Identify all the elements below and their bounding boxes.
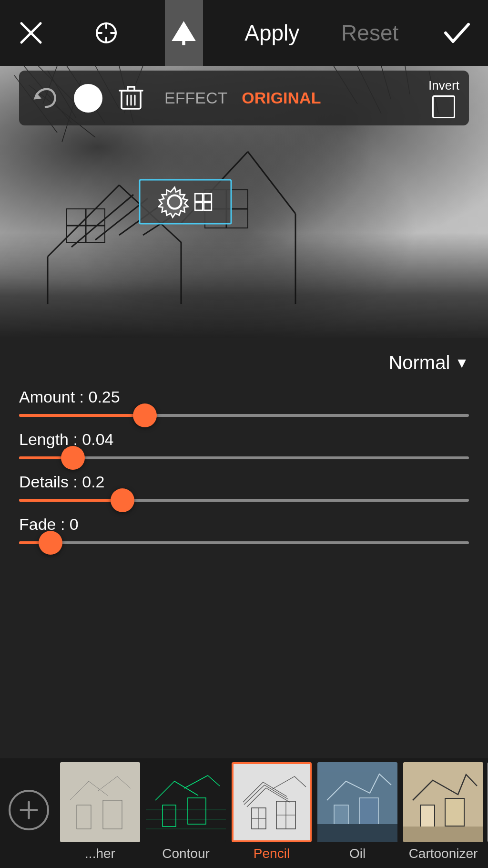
amount-slider-group: Amount : 0.25 xyxy=(19,388,469,417)
svg-rect-54 xyxy=(204,194,212,201)
length-slider-group: Length : 0.04 xyxy=(19,430,469,459)
length-slider[interactable] xyxy=(19,456,469,459)
filter-thumb-oil xyxy=(317,762,397,842)
filter-etcher[interactable]: ...her xyxy=(57,762,143,861)
blend-mode-row: Normal ▼ xyxy=(19,352,469,373)
fade-thumb[interactable] xyxy=(39,531,62,555)
amount-thumb[interactable] xyxy=(133,403,157,427)
details-thumb[interactable] xyxy=(111,488,134,512)
filter-cartoonizer[interactable]: Cartoonizer xyxy=(400,762,486,861)
filter-thumb-etcher xyxy=(60,762,140,842)
filter-name-pencil: Pencil xyxy=(254,846,290,861)
image-controls-bar: EFFECT ORIGINAL Invert xyxy=(19,71,469,125)
svg-rect-42 xyxy=(0,233,488,338)
amount-label: Amount : 0.25 xyxy=(19,388,469,406)
brush-size-button[interactable] xyxy=(74,84,102,113)
filter-name-etcher: ...her xyxy=(85,846,115,861)
svg-marker-7 xyxy=(172,21,196,41)
svg-line-28 xyxy=(248,152,295,214)
filter-oil[interactable]: Oil xyxy=(315,762,400,861)
crosshair-button[interactable] xyxy=(90,16,123,50)
blend-mode-arrow-icon: ▼ xyxy=(455,355,469,371)
svg-rect-56 xyxy=(204,202,212,210)
gear-settings-overlay[interactable] xyxy=(139,179,232,225)
filter-thumb-contour xyxy=(146,762,226,842)
fade-label: Fade : 0 xyxy=(19,515,469,534)
close-button[interactable] xyxy=(14,16,48,50)
invert-square-icon xyxy=(432,95,455,118)
reset-button[interactable]: Reset xyxy=(341,20,398,46)
effect-button[interactable]: EFFECT xyxy=(164,89,227,107)
length-label: Length : 0.04 xyxy=(19,430,469,449)
add-filter-button[interactable] xyxy=(0,762,57,858)
blend-mode-button[interactable]: Normal ▼ xyxy=(388,352,469,373)
filter-sketch[interactable]: Ske... xyxy=(486,762,488,861)
undo-button[interactable] xyxy=(29,83,60,114)
filter-strip: ...her Contour xyxy=(0,758,488,868)
svg-rect-59 xyxy=(60,762,140,842)
fade-slider[interactable] xyxy=(19,541,469,544)
svg-rect-94 xyxy=(317,824,397,842)
fade-slider-group: Fade : 0 xyxy=(19,515,469,544)
top-toolbar: Apply Reset xyxy=(0,0,488,66)
controls-panel: Normal ▼ Amount : 0.25 Length : 0.04 Det… xyxy=(0,338,488,758)
length-thumb[interactable] xyxy=(61,446,85,470)
apply-button[interactable]: Apply xyxy=(244,20,299,46)
details-label: Details : 0.2 xyxy=(19,473,469,491)
svg-rect-66 xyxy=(146,762,226,842)
filter-thumb-cartoonizer xyxy=(403,762,483,842)
svg-rect-98 xyxy=(403,827,483,842)
invert-button[interactable]: Invert xyxy=(428,78,459,118)
amount-slider[interactable] xyxy=(19,414,469,417)
filter-name-contour: Contour xyxy=(162,846,210,861)
delete-button[interactable] xyxy=(117,84,145,113)
svg-rect-93 xyxy=(359,798,378,827)
svg-rect-96 xyxy=(420,805,435,828)
filter-pencil[interactable]: Pencil xyxy=(229,762,315,861)
filter-name-cartoonizer: Cartoonizer xyxy=(409,846,478,861)
brush-icon-wrapper xyxy=(165,0,203,66)
svg-rect-8 xyxy=(182,41,185,45)
filter-thumb-pencil xyxy=(232,762,312,842)
filter-contour[interactable]: Contour xyxy=(143,762,229,861)
original-button[interactable]: ORIGINAL xyxy=(242,89,321,107)
details-slider[interactable] xyxy=(19,499,469,502)
add-circle-icon xyxy=(9,790,49,830)
svg-rect-53 xyxy=(195,194,203,201)
details-slider-group: Details : 0.2 xyxy=(19,473,469,502)
svg-rect-97 xyxy=(445,798,464,826)
image-area: EFFECT ORIGINAL Invert xyxy=(0,66,488,338)
svg-rect-55 xyxy=(195,202,203,210)
filter-name-oil: Oil xyxy=(349,846,366,861)
confirm-button[interactable] xyxy=(440,16,474,50)
